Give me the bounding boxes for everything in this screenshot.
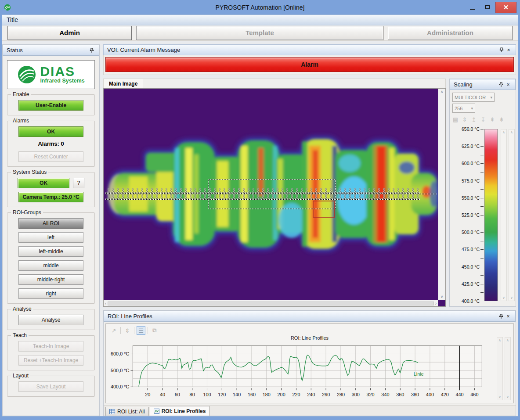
window-title: PYROSOFT Automation [Online] bbox=[0, 4, 520, 11]
scale-shift-down-icon[interactable]: ↧ bbox=[480, 116, 486, 123]
roi-group-left-button[interactable]: left bbox=[18, 232, 83, 243]
chart-area[interactable]: 2040608010012014016018020022024026028030… bbox=[108, 343, 494, 401]
table-icon bbox=[109, 409, 115, 414]
status-panel: Status DIAS Infrared Systems bbox=[2, 44, 100, 416]
scroll-left-icon[interactable]: ‹ bbox=[105, 301, 106, 306]
roi-group-all-button[interactable]: All ROI bbox=[18, 218, 83, 229]
tab-roi-list[interactable]: ROI List: All bbox=[105, 407, 149, 416]
copy-icon[interactable]: ⧉ bbox=[150, 326, 159, 335]
chart-scrollbar-left[interactable]: ∧ ∨ bbox=[497, 337, 503, 400]
scroll-up-icon[interactable]: ∧ bbox=[502, 130, 505, 134]
roi-group-middle-right-button[interactable]: middle-right bbox=[18, 274, 83, 285]
vertical-scrollbar[interactable]: ∧ ∨ bbox=[438, 89, 445, 300]
analyse-group-label: Analyse bbox=[11, 306, 33, 312]
x-axis-tick-label: 240 bbox=[307, 392, 315, 397]
scale-max-scrollbar[interactable]: ∧ ∨ bbox=[501, 129, 507, 301]
scale-properties-icon[interactable]: ▤ bbox=[452, 116, 459, 123]
pin-icon[interactable] bbox=[88, 47, 95, 54]
x-axis-tick-label: 80 bbox=[190, 392, 195, 397]
maximize-button[interactable] bbox=[480, 3, 494, 12]
system-ok-button[interactable]: OK bbox=[18, 178, 69, 188]
scale-label: 450.0 °C bbox=[462, 264, 480, 269]
roi-group-left-middle-button[interactable]: left-middle bbox=[18, 246, 83, 257]
status-panel-header: Status bbox=[3, 45, 99, 56]
scroll-down-icon[interactable]: ∨ bbox=[498, 395, 501, 399]
help-button[interactable]: ? bbox=[73, 178, 84, 188]
autoscale-icon[interactable]: ⇕ bbox=[123, 326, 132, 335]
horizontal-scrollbar[interactable]: ‹ › bbox=[104, 300, 438, 306]
x-axis-tick-label: 380 bbox=[411, 392, 419, 397]
scale-auto-icon[interactable]: ⇞ bbox=[489, 116, 495, 123]
scroll-right-icon[interactable]: › bbox=[435, 301, 437, 306]
x-axis-tick-label: 420 bbox=[441, 392, 449, 397]
layout-group-label: Layout bbox=[11, 373, 30, 379]
scroll-up-icon[interactable]: ∧ bbox=[506, 338, 509, 342]
scroll-down-icon[interactable]: ∨ bbox=[502, 296, 505, 300]
scroll-down-icon[interactable]: ∨ bbox=[506, 395, 509, 399]
pin-icon[interactable] bbox=[498, 47, 505, 54]
thermal-image[interactable] bbox=[104, 89, 438, 300]
scale-label: 475.0 °C bbox=[462, 247, 480, 252]
tab-roi-line-profiles[interactable]: ROI: Line Profiles bbox=[150, 406, 210, 416]
roi-group-right-button[interactable]: right bbox=[18, 288, 83, 299]
scrollbar-thumb[interactable] bbox=[108, 302, 433, 305]
minimize-icon bbox=[470, 9, 475, 10]
panel-splitter[interactable] bbox=[100, 44, 103, 416]
nav-row: Admin Template Administration bbox=[2, 25, 518, 41]
scroll-down-icon[interactable]: ∨ bbox=[510, 296, 513, 300]
tab-main-image[interactable]: Main Image bbox=[104, 79, 143, 88]
x-axis-tick-label: 400 bbox=[426, 392, 434, 397]
x-axis-tick-label: 160 bbox=[248, 392, 256, 397]
minimize-button[interactable] bbox=[466, 3, 479, 12]
palette-select[interactable]: MULTICOLOR ▾ bbox=[452, 93, 495, 102]
chart-title: ROI: Line Profiles bbox=[106, 335, 513, 341]
scale-shift-up-icon[interactable]: ↥ bbox=[471, 116, 477, 123]
alarms-count-text: Alarms: 0 bbox=[14, 140, 88, 147]
x-axis-tick-label: 180 bbox=[263, 392, 271, 397]
chart-scrollbar-right[interactable]: ∧ ∨ bbox=[505, 337, 511, 400]
close-panel-icon[interactable]: × bbox=[505, 47, 512, 54]
close-panel-icon[interactable]: × bbox=[505, 81, 512, 88]
dias-logo-icon bbox=[17, 65, 36, 84]
list-view-icon[interactable]: ☰ bbox=[137, 326, 145, 335]
popout-icon[interactable]: ↗ bbox=[109, 326, 118, 335]
save-layout-button[interactable]: Save Layout bbox=[18, 381, 83, 392]
analyse-button[interactable]: Analyse bbox=[18, 315, 83, 325]
pin-icon[interactable] bbox=[498, 81, 505, 88]
scroll-up-icon[interactable]: ∧ bbox=[510, 130, 513, 134]
scale-label: 525.0 °C bbox=[462, 212, 480, 218]
colorbar-labels: 650.0 °C625.0 °C600.0 °C575.0 °C550.0 °C… bbox=[452, 129, 480, 301]
reset-counter-button[interactable]: Reset Counter bbox=[18, 151, 83, 162]
maximize-icon bbox=[485, 5, 490, 9]
reset-teach-in-image-button[interactable]: Reset +Teach-In Image bbox=[18, 355, 83, 366]
enable-group: Enable User-Enable bbox=[7, 94, 95, 115]
scale-manual-icon[interactable]: ⇟ bbox=[498, 116, 505, 123]
roi-panel-header: ROI: Line Profiles × bbox=[104, 311, 516, 322]
scroll-down-icon[interactable]: ∨ bbox=[441, 294, 444, 299]
alarms-ok-button[interactable]: OK bbox=[18, 126, 83, 137]
alarm-banner-button[interactable]: Alarm bbox=[105, 57, 514, 72]
scroll-up-icon[interactable]: ∧ bbox=[498, 338, 501, 342]
nav-button-administration[interactable]: Administration bbox=[388, 26, 513, 40]
scroll-up-icon[interactable]: ∧ bbox=[441, 90, 444, 94]
image-viewport: ∧ ∨ ‹ › bbox=[103, 88, 446, 307]
dias-logo: DIAS Infrared Systems bbox=[7, 60, 95, 89]
roi-group-middle-button[interactable]: middle bbox=[18, 260, 83, 271]
chart-icon bbox=[154, 409, 159, 414]
scale-label: 650.0 °C bbox=[462, 126, 480, 132]
pin-icon[interactable] bbox=[498, 313, 505, 320]
scale-min-scrollbar[interactable]: ∧ ∨ bbox=[509, 129, 515, 301]
nav-button-template[interactable]: Template bbox=[136, 26, 383, 40]
user-enable-button[interactable]: User-Enable bbox=[18, 100, 83, 111]
x-axis-tick-label: 440 bbox=[456, 392, 464, 397]
close-panel-icon[interactable]: × bbox=[505, 313, 512, 320]
close-button[interactable]: ✕ bbox=[495, 2, 516, 13]
camera-temp-button[interactable]: Camera Temp.: 25.0 °C bbox=[18, 192, 83, 202]
levels-select[interactable]: 256 ▾ bbox=[452, 104, 475, 113]
dias-brand-text: DIAS bbox=[40, 65, 84, 78]
scale-expand-icon[interactable]: ⇕ bbox=[462, 116, 468, 123]
roi-groups-label: ROI-Groups bbox=[11, 209, 43, 215]
scale-label: 500.0 °C bbox=[462, 230, 480, 235]
nav-button-admin[interactable]: Admin bbox=[7, 26, 132, 40]
teach-in-image-button[interactable]: Teach-In Image bbox=[18, 341, 83, 352]
